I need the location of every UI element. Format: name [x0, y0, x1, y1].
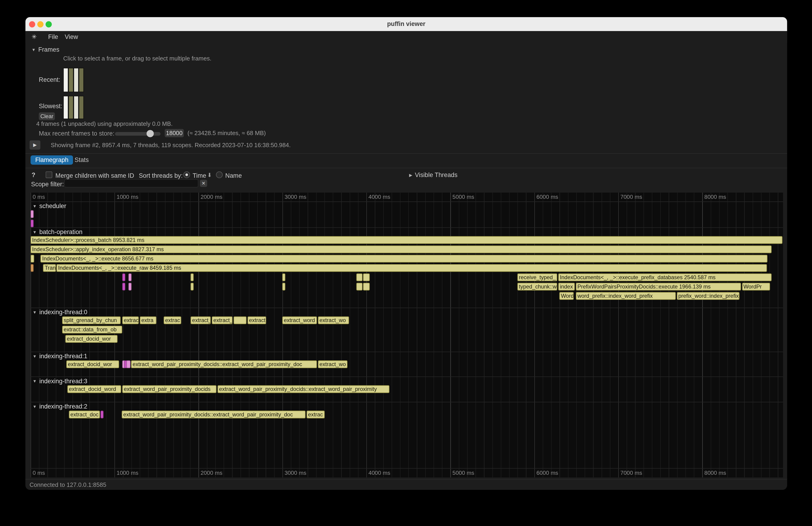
- menu-item-view[interactable]: View: [65, 33, 78, 40]
- flame-bar[interactable]: extract_word: [282, 316, 317, 324]
- flame-bar[interactable]: extra: [140, 316, 156, 324]
- max-frames-value[interactable]: 18000: [165, 129, 184, 137]
- titlebar: puffin viewer: [26, 17, 787, 31]
- flame-bar[interactable]: IndexDocuments<_, _>::execute_raw 8459.1…: [57, 264, 767, 272]
- flame-bar[interactable]: extract_wo: [318, 316, 349, 324]
- flame-bar[interactable]: PrefixWordPairsProximityDocids::execute …: [576, 283, 741, 291]
- flame-row: receive_typed_IndexDocuments<_, _>::exec…: [31, 274, 783, 281]
- thread-name: indexing-thread:3: [39, 378, 87, 385]
- thread-header[interactable]: ▼indexing-thread:1: [31, 352, 783, 361]
- flame-bar[interactable]: word_prefix::index_word_prefix: [576, 292, 676, 300]
- flame-bar[interactable]: extract_wo: [318, 360, 347, 368]
- flame-bar[interactable]: extract_: [212, 316, 232, 324]
- flame-bar[interactable]: extract_docid_wor: [65, 335, 117, 343]
- timeline-ruler-top: 0 ms1000 ms2000 ms3000 ms4000 ms5000 ms6…: [31, 192, 783, 202]
- flame-bar[interactable]: [128, 274, 131, 281]
- flame-bar[interactable]: extract_docid_word: [68, 385, 121, 393]
- app-menu-icon[interactable]: ✳: [31, 33, 37, 40]
- tab-flamegraph[interactable]: Flamegraph: [31, 155, 73, 164]
- flame-bar[interactable]: [282, 283, 286, 291]
- flame-bar[interactable]: [357, 283, 362, 291]
- flame-bar[interactable]: [363, 274, 369, 281]
- frame-thumbnail-bar[interactable]: [74, 97, 78, 119]
- flame-bar[interactable]: extract_word_pair_proximity_docids::extr…: [122, 411, 305, 419]
- visible-threads-header[interactable]: ▶ Visible Threads: [409, 172, 458, 179]
- frame-thumbnail-bar[interactable]: [64, 68, 68, 92]
- ruler-tick-label: 0 ms: [33, 470, 45, 476]
- menu-item-file[interactable]: File: [48, 33, 58, 40]
- ruler-tick-label: 5000 ms: [452, 470, 474, 476]
- flame-bar[interactable]: extrac: [164, 316, 181, 324]
- scope-filter-input[interactable]: [64, 179, 198, 188]
- frame-thumbnail-bar[interactable]: [79, 68, 84, 92]
- thread-header[interactable]: ▼indexing-thread:3: [31, 377, 783, 385]
- flame-bar[interactable]: Trans: [43, 264, 56, 272]
- flame-bar[interactable]: WordPr: [742, 283, 770, 291]
- frame-thumbnail-bar[interactable]: [64, 97, 68, 119]
- flame-bar[interactable]: [357, 274, 362, 281]
- sort-direction-icon[interactable]: ⬇: [207, 172, 212, 179]
- slowest-frames-thumbnail[interactable]: [63, 96, 84, 119]
- flame-bar[interactable]: receive_typed_: [518, 274, 557, 281]
- flame-bar[interactable]: [190, 283, 193, 291]
- frames-section-header[interactable]: ▼ Frames: [31, 46, 59, 53]
- max-frames-slider-knob[interactable]: [146, 130, 154, 137]
- flame-bar[interactable]: extract_word_pair_proximity_docids::extr…: [131, 360, 317, 368]
- thread-header[interactable]: ▼indexing-thread:2: [31, 402, 783, 411]
- flame-bar[interactable]: extract_word_pair_proximity_docids: [122, 385, 216, 393]
- flame-bar[interactable]: [128, 283, 131, 291]
- frame-thumbnail-bar[interactable]: [69, 68, 73, 92]
- sort-name-radio[interactable]: [216, 172, 223, 178]
- thread-header[interactable]: ▼indexing-thread:0: [31, 308, 783, 317]
- flame-bar[interactable]: prefix_word::index_prefix_wo: [677, 292, 739, 300]
- flame-bar[interactable]: extract_: [190, 316, 211, 324]
- flame-bar[interactable]: [122, 283, 125, 291]
- thread-section: ▼indexing-thread:2extract_docextract_wor…: [31, 402, 783, 469]
- clear-filter-button[interactable]: ✕: [200, 179, 207, 187]
- flame-bar[interactable]: IndexScheduler>::process_batch 8953.821 …: [31, 236, 782, 244]
- flame-bar[interactable]: [31, 220, 33, 228]
- flame-bar[interactable]: extract_doc: [69, 411, 100, 419]
- flame-row: extract::data_from_ob: [31, 326, 783, 334]
- sort-time-radio[interactable]: [183, 172, 190, 178]
- flame-bar[interactable]: [31, 255, 34, 263]
- flame-bar[interactable]: Word: [560, 292, 574, 300]
- flame-bar[interactable]: [282, 274, 286, 281]
- flame-bar[interactable]: typed_chunk::w: [518, 283, 557, 291]
- flame-bar[interactable]: [234, 316, 247, 324]
- frame-thumbnail-bar[interactable]: [79, 97, 84, 119]
- flame-bar[interactable]: extract::data_from_ob: [62, 326, 122, 334]
- flame-bar[interactable]: extract_word_pair_proximity_docids::extr…: [218, 385, 390, 393]
- flame-bar[interactable]: [122, 274, 125, 281]
- frame-thumbnail-bar[interactable]: [69, 97, 73, 119]
- flame-bar[interactable]: [31, 264, 33, 272]
- flame-bar[interactable]: [101, 411, 104, 419]
- play-button[interactable]: ▶: [29, 141, 40, 150]
- collapse-arrow-icon: ▼: [33, 404, 37, 409]
- recent-frames-thumbnail[interactable]: [63, 68, 84, 92]
- flame-bar[interactable]: extrac: [307, 411, 325, 419]
- flame-bar[interactable]: [363, 283, 369, 291]
- thread-header[interactable]: ▼batch-operation: [31, 228, 783, 236]
- merge-children-checkbox[interactable]: [46, 172, 53, 178]
- flame-bar[interactable]: [127, 360, 130, 368]
- flame-bar[interactable]: [190, 274, 193, 281]
- flame-bar[interactable]: IndexDocuments<_, _>::execute 8656.677 m…: [41, 255, 767, 263]
- flame-row: extract_docid_worextract_word_pair_proxi…: [31, 360, 783, 368]
- flame-bar[interactable]: [31, 210, 33, 218]
- tab-stats[interactable]: Stats: [70, 155, 93, 164]
- flame-bar[interactable]: extract: [247, 316, 266, 324]
- flame-bar[interactable]: IndexScheduler>::apply_index_operation 8…: [31, 245, 772, 253]
- flame-bar[interactable]: index: [558, 283, 575, 291]
- help-button[interactable]: ?: [31, 172, 35, 179]
- flame-bar[interactable]: extract: [122, 316, 139, 324]
- ruler-tick-label: 1000 ms: [117, 470, 138, 476]
- expand-arrow-icon: ▶: [409, 173, 412, 177]
- thread-header[interactable]: ▼scheduler: [31, 202, 783, 210]
- clear-button[interactable]: Clear: [39, 112, 55, 120]
- flame-bar[interactable]: IndexDocuments<_, _>::execute_prefix_dat…: [558, 274, 771, 281]
- flame-bar[interactable]: split_grenad_by_chun: [62, 316, 121, 324]
- flame-bar[interactable]: extract_docid_wor: [66, 360, 119, 368]
- flamegraph-canvas[interactable]: 0 ms1000 ms2000 ms3000 ms4000 ms5000 ms6…: [31, 192, 783, 477]
- frame-thumbnail-bar[interactable]: [74, 68, 78, 92]
